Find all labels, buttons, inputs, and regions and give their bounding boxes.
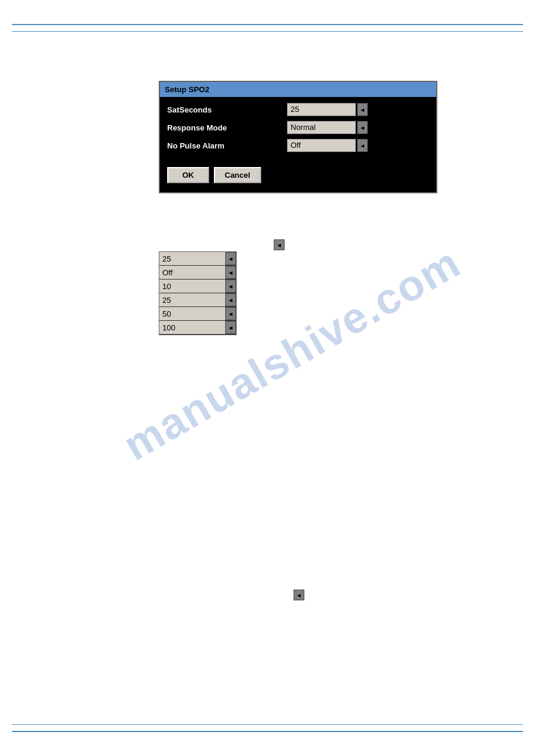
dropdown-item-arrow-2[interactable]: ◄ bbox=[225, 280, 236, 293]
satseconds-value-box: 25 ◄ bbox=[287, 103, 368, 116]
dropdown-item-value-5: 100 bbox=[159, 321, 225, 334]
satseconds-label: SatSeconds bbox=[167, 105, 287, 114]
dropdown-item-0[interactable]: 25 ◄ bbox=[159, 252, 236, 266]
dropdown-list: 25 ◄ Off ◄ 10 ◄ 25 ◄ 50 ◄ 100 ◄ bbox=[159, 251, 237, 335]
no-pulse-alarm-field[interactable]: Off bbox=[287, 139, 356, 152]
response-mode-value-box: Normal ◄ bbox=[287, 121, 368, 134]
satseconds-row: SatSeconds 25 ◄ bbox=[167, 103, 429, 116]
satseconds-arrow-button[interactable]: ◄ bbox=[357, 103, 368, 116]
cancel-button[interactable]: Cancel bbox=[214, 167, 261, 183]
dropdown-item-4[interactable]: 50 ◄ bbox=[159, 307, 236, 321]
satseconds-field[interactable]: 25 bbox=[287, 103, 356, 116]
dropdown-item-1[interactable]: Off ◄ bbox=[159, 266, 236, 280]
no-pulse-alarm-row: No Pulse Alarm Off ◄ bbox=[167, 139, 429, 152]
dropdown-item-arrow-5[interactable]: ◄ bbox=[225, 321, 236, 334]
dropdown-item-arrow-3[interactable]: ◄ bbox=[225, 293, 236, 306]
response-mode-arrow-button[interactable]: ◄ bbox=[357, 121, 368, 134]
top-border-line-2 bbox=[12, 31, 523, 32]
dropdown-item-arrow-4[interactable]: ◄ bbox=[225, 307, 236, 320]
dropdown-item-3[interactable]: 25 ◄ bbox=[159, 293, 236, 307]
response-mode-row: Response Mode Normal ◄ bbox=[167, 121, 429, 134]
no-pulse-alarm-arrow-button[interactable]: ◄ bbox=[357, 139, 368, 152]
no-pulse-alarm-value-box: Off ◄ bbox=[287, 139, 368, 152]
dialog-title-bar: Setup SPO2 bbox=[160, 82, 436, 97]
dialog-title: Setup SPO2 bbox=[165, 85, 209, 94]
no-pulse-alarm-label: No Pulse Alarm bbox=[167, 141, 287, 150]
ok-button[interactable]: OK bbox=[167, 167, 209, 183]
small-arrow-icon-top[interactable]: ◄ bbox=[274, 239, 285, 250]
dialog-buttons: OK Cancel bbox=[167, 164, 429, 183]
response-mode-label: Response Mode bbox=[167, 123, 287, 132]
dropdown-item-value-0: 25 bbox=[159, 252, 225, 265]
top-border-line bbox=[12, 24, 523, 25]
dialog-body: SatSeconds 25 ◄ Response Mode Normal ◄ N… bbox=[160, 97, 436, 192]
dropdown-item-value-3: 25 bbox=[159, 293, 225, 306]
dropdown-item-value-4: 50 bbox=[159, 307, 225, 320]
arrow-icon-symbol: ◄ bbox=[276, 242, 282, 248]
bottom-border-line-2 bbox=[12, 724, 523, 725]
dropdown-item-value-2: 10 bbox=[159, 280, 225, 293]
response-mode-field[interactable]: Normal bbox=[287, 121, 356, 134]
dropdown-item-arrow-0[interactable]: ◄ bbox=[225, 252, 236, 265]
dropdown-item-5[interactable]: 100 ◄ bbox=[159, 321, 236, 335]
dropdown-item-value-1: Off bbox=[159, 266, 225, 279]
bottom-border-line bbox=[12, 731, 523, 732]
dropdown-item-arrow-1[interactable]: ◄ bbox=[225, 266, 236, 279]
dropdown-item-2[interactable]: 10 ◄ bbox=[159, 280, 236, 293]
small-arrow-icon-bottom[interactable]: ◄ bbox=[294, 590, 304, 600]
arrow-icon-symbol-2: ◄ bbox=[296, 592, 302, 599]
setup-spo2-dialog: Setup SPO2 SatSeconds 25 ◄ Response Mode… bbox=[159, 81, 437, 193]
